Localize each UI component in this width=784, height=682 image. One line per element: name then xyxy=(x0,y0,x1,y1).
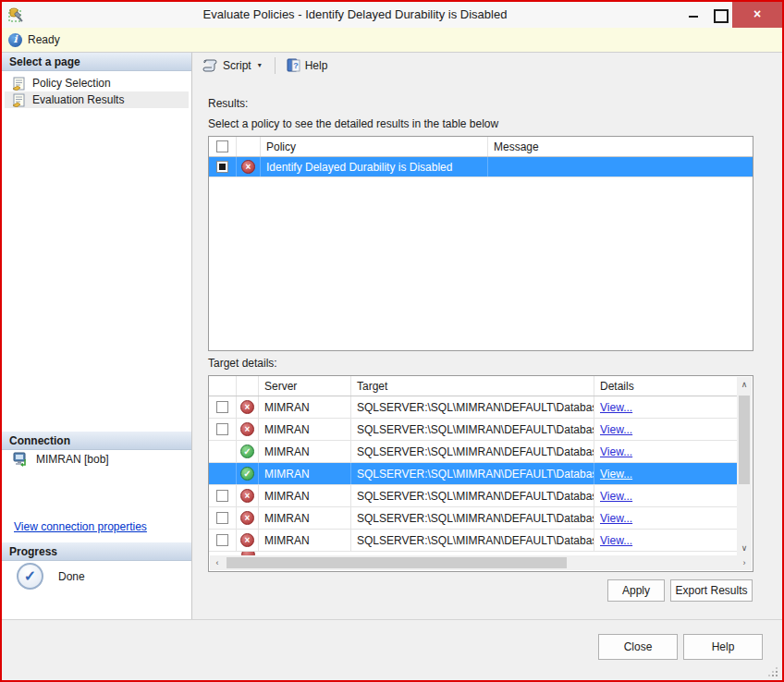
pass-icon: ✓ xyxy=(240,467,254,481)
help-button[interactable]: ? Help xyxy=(283,56,332,74)
help-button-footer[interactable]: Help xyxy=(683,634,763,660)
target-column-header: Target xyxy=(351,376,594,396)
row-checkbox[interactable] xyxy=(216,401,228,413)
script-icon xyxy=(202,58,218,72)
view-connection-properties-link[interactable]: View connection properties xyxy=(14,520,147,533)
table-row[interactable]: × MIMRAN SQLSERVER:\SQL\MIMRAN\DEFAULT\D… xyxy=(209,530,737,552)
target-cell: SQLSERVER:\SQL\MIMRAN\DEFAULT\Databases\… xyxy=(351,396,594,418)
fail-icon: × xyxy=(240,400,254,414)
server-icon xyxy=(13,452,30,467)
main-panel: Script ▾ ? Help Results: Select a policy… xyxy=(193,53,782,619)
help-label: Help xyxy=(305,59,328,72)
view-link[interactable]: View... xyxy=(600,490,632,503)
target-table-header: Server Target Details xyxy=(209,376,737,396)
target-cell: SQLSERVER:\SQL\MIMRAN\DEFAULT\Databases\… xyxy=(351,530,594,551)
title-bar[interactable]: Evaluate Policies - Identify Delayed Dur… xyxy=(2,2,782,28)
table-row[interactable]: × MIMRAN SQLSERVER:\SQL\MIMRAN\DEFAULT\D… xyxy=(209,485,737,507)
view-link[interactable]: View... xyxy=(600,512,632,525)
target-rows: × MIMRAN SQLSERVER:\SQL\MIMRAN\DEFAULT\D… xyxy=(209,396,737,555)
toolbar-separator xyxy=(275,57,276,74)
pass-icon: ✓ xyxy=(240,445,254,458)
scroll-down-icon[interactable]: ∨ xyxy=(737,541,752,555)
target-cell: SQLSERVER:\SQL\MIMRAN\DEFAULT\Databases\… xyxy=(351,441,594,462)
status-bar: i Ready xyxy=(2,28,782,53)
done-check-icon: ✓ xyxy=(17,563,43,590)
fail-icon: × xyxy=(240,533,254,547)
table-row[interactable]: ✓ MIMRAN SQLSERVER:\SQL\MIMRAN\DEFAULT\D… xyxy=(209,441,737,463)
policy-results-table: Policy Message × Identify Delayed Durabi… xyxy=(208,136,753,351)
page-icon xyxy=(12,77,27,91)
policy-row[interactable]: × Identify Delayed Durability is Disable… xyxy=(209,157,753,177)
progress-status: ✓ Done xyxy=(17,563,85,590)
message-column-header: Message xyxy=(488,137,753,156)
svg-text:?: ? xyxy=(293,61,299,70)
policy-message xyxy=(488,157,753,177)
horizontal-scroll-thumb[interactable] xyxy=(227,557,567,568)
sidebar-item-label: Evaluation Results xyxy=(32,93,124,106)
resize-grip[interactable] xyxy=(768,667,778,676)
help-book-icon: ? xyxy=(287,58,300,72)
row-checkbox[interactable] xyxy=(216,512,228,524)
vertical-scroll-thumb[interactable] xyxy=(739,396,750,484)
row-checkbox[interactable] xyxy=(216,534,228,546)
chevron-down-icon[interactable]: ▾ xyxy=(256,61,263,69)
policy-row-checkbox[interactable] xyxy=(216,161,228,173)
server-column-header: Server xyxy=(259,376,351,396)
row-checkbox[interactable] xyxy=(216,423,228,435)
server-cell: MIMRAN xyxy=(259,530,351,551)
target-cell: SQLSERVER:\SQL\MIMRAN\DEFAULT\Databases\… xyxy=(351,463,594,484)
vertical-scrollbar[interactable]: ∧ ∨ xyxy=(737,377,752,555)
target-cell: SQLSERVER:\SQL\MIMRAN\DEFAULT\Databases\… xyxy=(351,419,594,440)
table-row[interactable]: × MIMRAN SQLSERVER:\SQL\MIMRAN\DEFAULT\D… xyxy=(209,396,737,419)
fail-icon: × xyxy=(241,160,255,174)
row-checkbox[interactable] xyxy=(216,490,228,502)
progress-status-text: Done xyxy=(58,570,85,583)
horizontal-scrollbar[interactable]: ‹ › xyxy=(210,555,752,570)
close-button[interactable]: Close xyxy=(598,634,678,660)
sidebar-item-evaluation-results[interactable]: Evaluation Results xyxy=(5,91,189,108)
evaluate-policies-dialog: Evaluate Policies - Identify Delayed Dur… xyxy=(0,0,784,682)
view-link[interactable]: View... xyxy=(600,401,632,414)
results-hint: Select a policy to see the detailed resu… xyxy=(208,117,498,130)
details-column-header: Details xyxy=(594,376,737,396)
view-link[interactable]: View... xyxy=(600,468,632,481)
maximize-button[interactable] xyxy=(706,2,732,28)
table-row[interactable]: × MIMRAN SQLSERVER:\SQL\MIMRAN\DEFAULT\D… xyxy=(209,507,737,530)
toolbar: Script ▾ ? Help xyxy=(193,53,782,78)
server-cell: MIMRAN xyxy=(259,441,351,462)
server-cell: MIMRAN xyxy=(259,507,351,529)
minimize-button[interactable] xyxy=(680,2,706,28)
select-a-page-header: Select a page xyxy=(2,53,191,71)
close-window-button[interactable]: × xyxy=(732,2,782,28)
apply-button[interactable]: Apply xyxy=(607,579,665,602)
script-button[interactable]: Script ▾ xyxy=(199,56,267,74)
select-all-checkbox[interactable] xyxy=(216,140,228,152)
policy-column-header: Policy xyxy=(261,137,488,156)
target-cell: SQLSERVER:\SQL\MIMRAN\DEFAULT\Databases\… xyxy=(351,507,594,529)
fail-icon: × xyxy=(240,511,254,525)
server-cell: MIMRAN xyxy=(259,396,351,418)
sidebar-item-policy-selection[interactable]: Policy Selection xyxy=(5,75,189,91)
script-label: Script xyxy=(223,59,251,72)
view-link[interactable]: View... xyxy=(600,423,632,436)
connection-header: Connection xyxy=(2,432,191,450)
status-text: Ready xyxy=(28,33,60,46)
results-label: Results: xyxy=(208,97,248,110)
connection-name: MIMRAN [bob] xyxy=(36,453,109,466)
fail-icon: × xyxy=(240,489,254,503)
scroll-left-icon[interactable]: ‹ xyxy=(210,555,225,570)
target-details-table: Server Target Details × MIMRAN SQLSERVER… xyxy=(208,375,753,572)
table-row[interactable]: × MIMRAN SQLSERVER:\SQL\MIMRAN\DEFAULT\D… xyxy=(209,419,737,441)
left-panel: Select a page Policy Selection Evaluatio… xyxy=(2,53,192,619)
footer: Close Help xyxy=(2,619,782,680)
table-row-selected[interactable]: ✓ MIMRAN SQLSERVER:\SQL\MIMRAN\DEFAULT\D… xyxy=(209,463,737,485)
server-cell: MIMRAN xyxy=(259,419,351,440)
export-results-button[interactable]: Export Results xyxy=(670,579,753,602)
view-link[interactable]: View... xyxy=(600,445,632,458)
view-link[interactable]: View... xyxy=(600,534,632,547)
info-icon: i xyxy=(8,33,22,47)
server-cell: MIMRAN xyxy=(259,463,351,484)
page-icon xyxy=(12,93,27,107)
scroll-right-icon[interactable]: › xyxy=(737,555,752,570)
scroll-up-icon[interactable]: ∧ xyxy=(737,377,752,392)
